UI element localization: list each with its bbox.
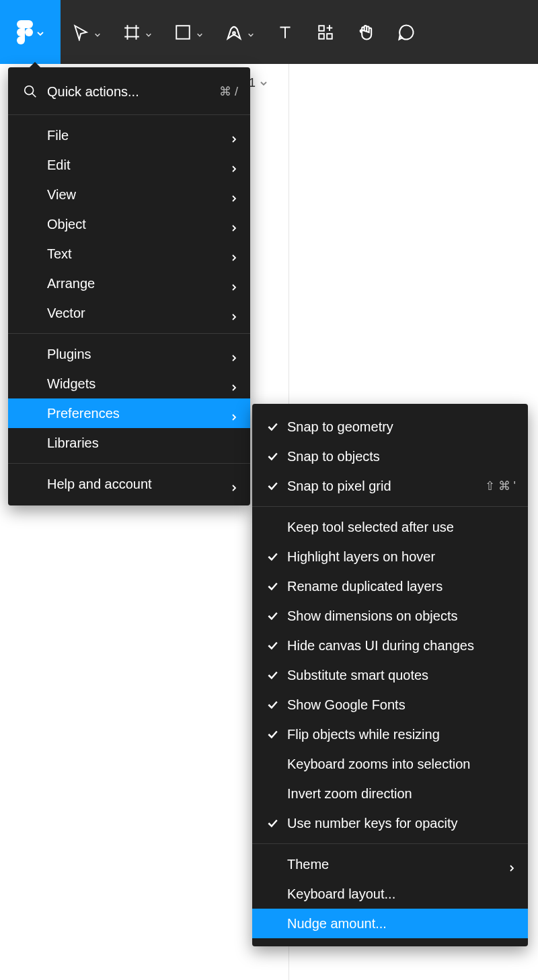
hand-tool[interactable]: [346, 23, 386, 42]
menu-item-label: Help and account: [26, 477, 230, 492]
resources-tool[interactable]: [305, 23, 346, 42]
pref-item-label: Keyboard zooms into selection: [280, 757, 516, 772]
figma-logo-icon: [16, 20, 34, 45]
pref-item-snap-to-objects[interactable]: Snap to objects: [252, 442, 528, 471]
pref-item-substitute-smart-quotes[interactable]: Substitute smart quotes: [252, 660, 528, 690]
preferences-submenu: Snap to geometrySnap to objectsSnap to p…: [252, 404, 528, 946]
svg-point-0: [25, 28, 33, 36]
text-tool[interactable]: [265, 23, 305, 42]
menu-item-vector[interactable]: Vector: [8, 298, 250, 328]
chevron-right-icon: [230, 409, 238, 417]
menu-item-view[interactable]: View: [8, 180, 250, 209]
svg-rect-7: [319, 26, 324, 31]
menu-item-preferences[interactable]: Preferences: [8, 398, 250, 428]
check-icon: [264, 610, 280, 622]
menu-item-plugins[interactable]: Plugins: [8, 339, 250, 369]
shape-tool[interactable]: [163, 23, 214, 42]
pref-item-keep-tool-selected-after-use[interactable]: Keep tool selected after use: [252, 512, 528, 542]
chevron-right-icon: [230, 161, 238, 169]
menu-quick-actions[interactable]: Quick actions... ⌘ /: [8, 74, 250, 109]
pref-item-label: Keyboard layout...: [280, 886, 516, 902]
menu-item-label: Libraries: [26, 435, 238, 451]
menu-divider: [252, 506, 528, 507]
menu-item-label: Plugins: [26, 347, 230, 362]
chevron-right-icon: [230, 279, 238, 287]
pref-item-flip-objects-while-resizing[interactable]: Flip objects while resizing: [252, 720, 528, 749]
pref-item-label: Highlight layers on hover: [280, 549, 516, 565]
menu-item-file[interactable]: File: [8, 120, 250, 150]
pref-item-nudge-amount[interactable]: Nudge amount...: [252, 909, 528, 938]
pref-item-theme[interactable]: Theme: [252, 849, 528, 879]
menu-divider: [8, 333, 250, 334]
svg-rect-9: [327, 34, 332, 39]
check-icon: [264, 699, 280, 711]
move-icon: [71, 23, 90, 42]
move-tool[interactable]: [61, 23, 112, 42]
menu-divider: [8, 463, 250, 464]
chevron-down-icon: [94, 29, 101, 36]
pref-item-snap-to-pixel-grid[interactable]: Snap to pixel grid⇧ ⌘ ': [252, 471, 528, 501]
check-icon: [264, 450, 280, 462]
menu-item-widgets[interactable]: Widgets: [8, 369, 250, 398]
top-toolbar: [0, 0, 538, 64]
pref-item-show-google-fonts[interactable]: Show Google Fonts: [252, 690, 528, 720]
pref-item-label: Keep tool selected after use: [280, 520, 516, 535]
components-icon: [316, 23, 335, 42]
pref-item-snap-to-geometry[interactable]: Snap to geometry: [252, 412, 528, 442]
svg-point-6: [233, 32, 235, 34]
pref-item-label: Snap to geometry: [280, 419, 516, 435]
pen-icon: [225, 23, 243, 42]
menu-divider: [8, 114, 250, 115]
pref-item-highlight-layers-on-hover[interactable]: Highlight layers on hover: [252, 542, 528, 571]
figma-menu-button[interactable]: [0, 0, 61, 64]
menu-item-label: Preferences: [26, 406, 230, 421]
chevron-right-icon: [230, 380, 238, 388]
pref-item-label: Flip objects while resizing: [280, 727, 516, 742]
menu-item-label: Text: [26, 246, 230, 262]
pref-item-label: Theme: [280, 857, 508, 872]
menu-item-help-and-account[interactable]: Help and account: [8, 469, 250, 499]
check-icon: [264, 551, 280, 563]
pref-item-hide-canvas-ui-during-changes[interactable]: Hide canvas UI during changes: [252, 631, 528, 660]
pref-item-show-dimensions-on-objects[interactable]: Show dimensions on objects: [252, 601, 528, 631]
pref-item-use-number-keys-for-opacity[interactable]: Use number keys for opacity: [252, 808, 528, 838]
quick-actions-label: Quick actions...: [47, 84, 219, 100]
menu-item-libraries[interactable]: Libraries: [8, 428, 250, 458]
chevron-down-icon: [145, 29, 152, 36]
pref-item-keyboard-layout[interactable]: Keyboard layout...: [252, 879, 528, 909]
chevron-right-icon: [230, 350, 238, 358]
check-icon: [264, 421, 280, 433]
menu-item-arrange[interactable]: Arrange: [8, 269, 250, 298]
chevron-down-icon: [196, 29, 203, 36]
pref-item-invert-zoom-direction[interactable]: Invert zoom direction: [252, 779, 528, 808]
text-icon: [276, 23, 295, 42]
pref-item-label: Substitute smart quotes: [280, 668, 516, 683]
check-icon: [264, 669, 280, 681]
menu-item-label: Edit: [26, 158, 230, 173]
pref-item-label: Invert zoom direction: [280, 786, 516, 802]
menu-item-label: Arrange: [26, 276, 230, 291]
chevron-down-icon: [36, 28, 44, 36]
pen-tool[interactable]: [214, 23, 265, 42]
menu-item-text[interactable]: Text: [8, 239, 250, 269]
main-menu: Quick actions... ⌘ / FileEditViewObjectT…: [8, 67, 250, 505]
frame-icon: [122, 23, 141, 42]
hand-icon: [356, 23, 375, 42]
pref-item-label: Snap to objects: [280, 449, 516, 464]
chevron-right-icon: [230, 309, 238, 317]
menu-item-label: Widgets: [26, 376, 230, 392]
menu-item-label: Vector: [26, 306, 230, 321]
comment-tool[interactable]: [386, 23, 426, 42]
pref-item-label: Use number keys for opacity: [280, 816, 516, 831]
frame-tool[interactable]: [112, 23, 163, 42]
menu-item-edit[interactable]: Edit: [8, 150, 250, 180]
pref-item-label: Show Google Fonts: [280, 697, 516, 713]
chevron-right-icon: [230, 480, 238, 488]
pref-item-rename-duplicated-layers[interactable]: Rename duplicated layers: [252, 571, 528, 601]
rectangle-icon: [174, 23, 192, 42]
menu-item-object[interactable]: Object: [8, 209, 250, 239]
page-selector[interactable]: 1: [249, 76, 268, 90]
check-icon: [264, 817, 280, 829]
pref-item-keyboard-zooms-into-selection[interactable]: Keyboard zooms into selection: [252, 749, 528, 779]
svg-rect-5: [176, 26, 190, 39]
